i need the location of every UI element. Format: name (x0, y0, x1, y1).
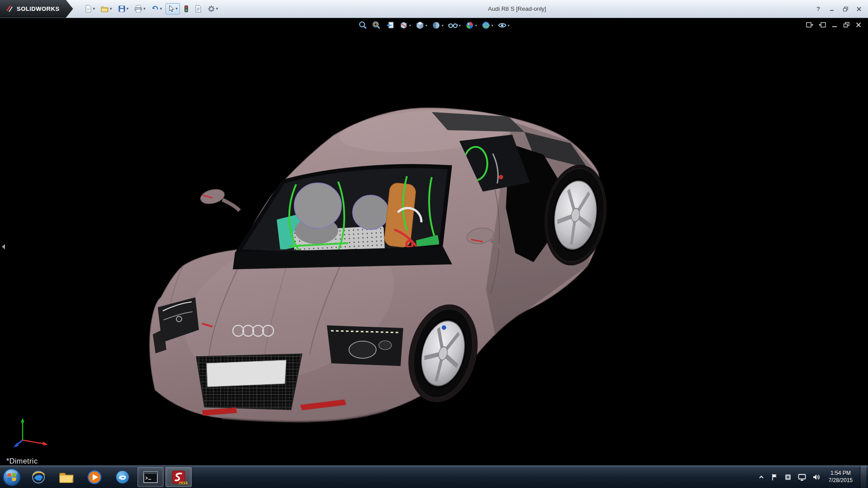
media-player-icon (87, 469, 102, 485)
license-plate (207, 360, 286, 387)
rebuild-button[interactable] (181, 3, 191, 14)
save-icon (118, 5, 126, 13)
save-button[interactable]: ▾ (116, 3, 131, 14)
previous-view-button[interactable] (384, 20, 396, 31)
y-axis-arrow (21, 418, 24, 422)
tray-app-button[interactable] (783, 473, 793, 482)
minimize-window-icon[interactable] (831, 22, 838, 28)
clock-time: 1:54 PM (829, 470, 853, 477)
coordinate-triad (9, 413, 54, 449)
dropdown-caret-icon[interactable]: ▾ (127, 7, 129, 11)
solidworks-logo-icon (5, 5, 14, 13)
print-button[interactable]: ▾ (132, 3, 148, 14)
undock-window-icon[interactable] (819, 22, 826, 28)
undo-icon (151, 5, 159, 13)
action-center-button[interactable] (770, 473, 779, 482)
dropdown-caret-icon[interactable]: ▾ (110, 7, 112, 11)
display-settings-button[interactable] (797, 473, 807, 482)
restore-window-icon[interactable] (843, 22, 850, 28)
show-desktop-button[interactable] (860, 466, 866, 488)
close-icon (856, 6, 862, 12)
start-button[interactable] (1, 466, 23, 488)
section-view-button[interactable]: ▾ (398, 20, 412, 31)
title-bar: SOLIDWORKS ▾ ▾ ▾ (0, 0, 868, 18)
window-title: Audi R8 S [Read-only] (220, 5, 814, 12)
car-windshield[interactable] (233, 166, 452, 269)
close-window-icon[interactable] (855, 22, 862, 28)
document-window-controls (806, 22, 862, 28)
file-properties-button[interactable] (193, 3, 204, 14)
options-button[interactable]: ▾ (205, 3, 221, 14)
internet-explorer-icon (31, 469, 46, 485)
taskbar-internet-explorer[interactable] (25, 467, 52, 487)
help-icon: ? (816, 5, 820, 12)
rebuild-traffic-light-icon (184, 5, 189, 13)
dropdown-caret-icon[interactable]: ▾ (459, 23, 461, 28)
dropdown-caret-icon[interactable]: ▾ (160, 7, 162, 11)
show-hidden-icons-button[interactable] (757, 474, 765, 481)
dropdown-caret-icon[interactable]: ▾ (442, 23, 443, 28)
dropdown-caret-icon[interactable]: ▾ (475, 23, 477, 28)
undo-button[interactable]: ▾ (149, 3, 165, 14)
taskbar-clock[interactable]: 1:54 PM 7/28/2015 (826, 470, 855, 484)
folder-icon (59, 470, 74, 484)
heads-up-view-toolbar: ▾ ▾ ▾ ▾ (357, 20, 511, 31)
dropdown-caret-icon[interactable]: ▾ (93, 7, 95, 11)
taskbar-file-explorer[interactable] (53, 467, 80, 487)
scene-globe-icon (481, 21, 491, 30)
audi-r8-model[interactable] (0, 18, 868, 465)
solidworks-year-badge: 2015 (179, 481, 188, 485)
dropdown-caret-icon[interactable]: ▾ (175, 7, 178, 11)
open-button[interactable]: ▾ (99, 3, 114, 14)
taskbar: 2015 (0, 465, 868, 488)
taskbar-media-player[interactable] (81, 467, 108, 487)
help-button[interactable]: ? (814, 5, 823, 13)
previous-view-icon (386, 21, 395, 30)
section-view-icon (399, 21, 408, 30)
collapse-panel-arrow-icon[interactable] (1, 243, 5, 250)
x-axis-arrow (42, 441, 48, 446)
zoom-to-fit-button[interactable] (357, 20, 369, 31)
volume-button[interactable] (811, 473, 821, 482)
dropdown-caret-icon[interactable]: ▾ (491, 23, 493, 28)
minimize-icon (829, 6, 835, 12)
hide-show-items-button[interactable]: ▾ (447, 20, 462, 31)
clock-date: 7/28/2015 (829, 477, 853, 484)
restore-app-button[interactable] (841, 5, 850, 13)
new-document-icon (85, 5, 92, 13)
close-app-button[interactable] (854, 5, 863, 13)
dropdown-caret-icon[interactable]: ▾ (425, 23, 427, 28)
solidworks-brand: SOLIDWORKS (0, 0, 73, 18)
brand-text: SOLIDWORKS (17, 5, 60, 12)
open-folder-icon (101, 5, 109, 13)
taskbar-blue-round-app[interactable] (109, 467, 136, 487)
dock-window-icon[interactable] (806, 22, 813, 28)
view-orientation-button[interactable]: ▾ (414, 20, 429, 31)
file-properties-icon (195, 5, 202, 13)
zoom-to-fit-icon (359, 21, 368, 30)
minimize-app-button[interactable] (827, 5, 836, 13)
display-style-button[interactable]: ▾ (430, 20, 445, 31)
graphics-viewport[interactable]: ▾ ▾ ▾ ▾ (0, 18, 868, 465)
display-style-icon (432, 21, 441, 30)
zoom-to-area-button[interactable] (371, 20, 382, 31)
main-toolbar: ▾ ▾ ▾ ▾ (82, 3, 221, 14)
title-window-controls: ? (814, 5, 863, 13)
taskbar-console-window[interactable] (137, 467, 164, 487)
edit-appearance-button[interactable]: ▾ (464, 20, 478, 31)
new-document-button[interactable]: ▾ (82, 3, 98, 14)
console-window-icon (143, 471, 158, 483)
chevron-up-icon (758, 474, 764, 480)
view-orientation-label: *Dimetric (6, 457, 38, 465)
dropdown-caret-icon[interactable]: ▾ (409, 23, 411, 28)
dropdown-caret-icon[interactable]: ▾ (508, 23, 509, 28)
select-button[interactable]: ▾ (165, 3, 180, 14)
view-cube-icon (415, 21, 425, 30)
eyeglasses-icon (448, 21, 458, 30)
dropdown-caret-icon[interactable]: ▾ (216, 7, 218, 11)
dropdown-caret-icon[interactable]: ▾ (143, 7, 146, 11)
print-icon (134, 5, 142, 13)
view-settings-button[interactable]: ▾ (496, 20, 511, 31)
taskbar-solidworks[interactable]: 2015 (165, 467, 192, 487)
apply-scene-button[interactable]: ▾ (480, 20, 495, 31)
